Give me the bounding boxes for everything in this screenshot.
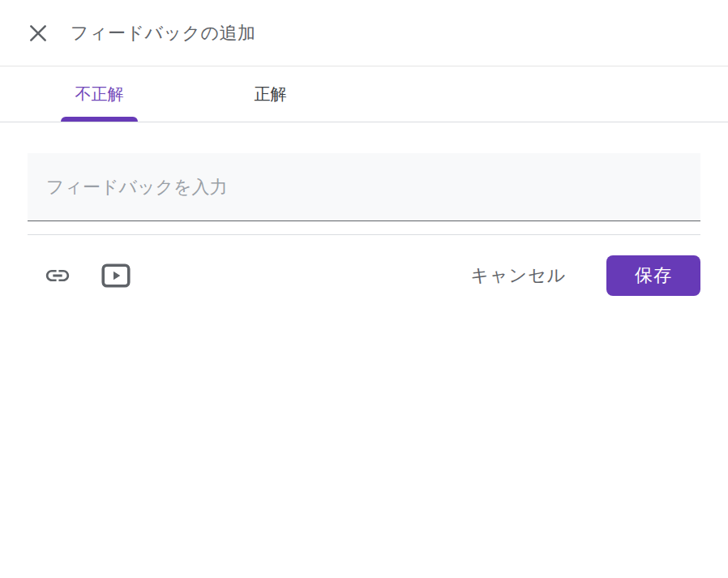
- tab-correct[interactable]: 正解: [232, 66, 309, 122]
- cancel-button[interactable]: キャンセル: [452, 255, 584, 296]
- close-icon: [28, 23, 49, 44]
- tab-correct-label: 正解: [255, 83, 287, 105]
- insert-link-button[interactable]: [38, 256, 77, 295]
- tab-bar: 不正解 正解: [0, 66, 728, 122]
- dialog-title: フィードバックの追加: [71, 21, 256, 45]
- active-tab-indicator: [61, 117, 138, 122]
- divider: [28, 234, 700, 235]
- link-icon: [44, 262, 71, 289]
- feedback-input[interactable]: [28, 153, 700, 221]
- tab-incorrect-label: 不正解: [75, 83, 124, 105]
- tab-incorrect[interactable]: 不正解: [61, 66, 138, 122]
- save-button[interactable]: 保存: [606, 255, 700, 296]
- close-button[interactable]: [24, 19, 53, 48]
- dialog-header: フィードバックの追加: [0, 0, 728, 66]
- toolbar: キャンセル 保存: [28, 255, 700, 296]
- dialog-content: キャンセル 保存: [0, 153, 728, 296]
- video-icon: [101, 263, 131, 288]
- insert-video-button[interactable]: [96, 256, 135, 295]
